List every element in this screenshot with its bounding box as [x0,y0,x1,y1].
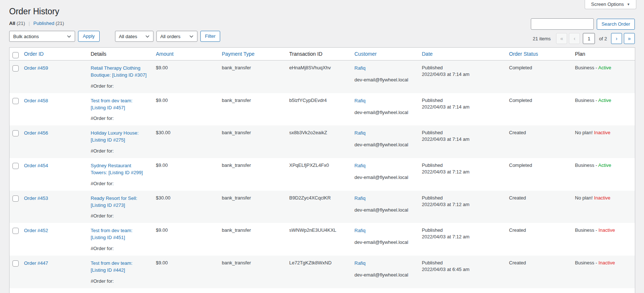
column-header-payment-type[interactable]: Payment Type [222,51,255,57]
details-link[interactable]: Holiday Luxury House: [Listing ID #275] [91,130,149,144]
customer-link[interactable]: Rafiq [355,260,366,266]
publish-date: 2022/04/03 at 7:14 am [422,72,502,77]
first-page-button: « [556,33,567,44]
row-checkbox[interactable] [12,195,19,202]
publish-status: Published [422,227,502,233]
column-header-date[interactable]: Date [422,51,433,57]
plan-name: Business - [575,260,599,265]
customer-link[interactable]: Rafiq [355,228,366,233]
customer-link[interactable]: Rafiq [355,163,366,168]
order-id-link[interactable]: Order #459 [24,65,48,71]
order-status-value: Created [506,125,571,158]
screen-options-label: Screen Options [591,1,624,7]
filter-button[interactable]: Filter [200,31,221,42]
page-title: Order History [9,6,635,17]
customer-link[interactable]: Rafiq [355,98,366,103]
row-checkbox[interactable] [12,130,19,136]
customer-link[interactable]: Rafiq [355,195,366,201]
column-header-order-status[interactable]: Order Status [509,51,538,57]
table-row: Order #452 Test from dev team: [Listing … [10,223,635,256]
publish-status: Published [422,130,502,135]
column-header-order-id[interactable]: Order ID [24,51,44,57]
order-id-link[interactable]: Order #456 [24,130,48,136]
payment-type-value: bank_transfer [218,125,286,158]
table-row: Order #453 Ready Resort for Sell: [Listi… [10,191,635,223]
column-header-details: Details [87,48,152,61]
select-all-checkbox[interactable] [12,52,19,58]
plan-status-badge: Active [598,65,611,70]
order-for-note: #Order for: [91,246,149,251]
amount-value: $9.00 [152,223,218,256]
publish-status: Published [422,260,502,265]
amount-value: $30.00 [152,125,218,158]
row-checkbox[interactable] [12,65,19,72]
publish-status: Published [422,195,502,201]
plan-status-badge: Inactive [594,130,611,135]
customer-email: dev-email@flywheel.local [355,207,415,213]
amount-value: $9.00 [152,93,218,126]
order-id-link[interactable]: Order #452 [24,228,48,233]
table-row: Order #458 Test from dev team: [Listing … [10,93,635,126]
view-all-link[interactable]: All [9,21,15,26]
details-link[interactable]: Retail Therapy Clothing Boutique: [Listi… [91,65,149,79]
plan-status-badge: Inactive [599,227,615,233]
apply-button[interactable]: Apply [78,31,100,42]
orders-filter-select[interactable]: All orders [156,31,197,42]
dates-filter-select[interactable]: All dates [115,31,153,42]
publish-status: Published [422,162,502,168]
details-link[interactable]: Test from dev team: [Listing ID #451] [91,227,149,241]
row-checkbox[interactable] [12,228,19,234]
last-page-button[interactable]: » [624,33,635,44]
order-id-link[interactable]: Order #454 [24,163,48,168]
order-status-value: Completed [506,61,571,93]
chevron-down-icon [67,35,71,38]
pagination: 21 items « ‹ of 2 › » [533,33,635,44]
row-checkbox[interactable] [12,98,19,104]
table-header: Order ID Details Amount Payment Type Tra… [10,48,635,61]
plan-status-badge: Inactive [599,260,615,265]
amount-value: $9.00 [152,256,218,288]
customer-link[interactable]: Rafiq [355,130,366,136]
customer-link[interactable]: Rafiq [355,65,366,71]
transaction-id-value: eHnaMj8SVhuqXhv [286,61,351,93]
order-status-value: Completed [506,158,571,191]
payment-type-value: bank_transfer [218,191,286,223]
row-checkbox[interactable] [12,260,19,267]
details-link[interactable]: Test from dev team: [Listing ID #457] [91,98,149,111]
customer-email: dev-email@flywheel.local [355,175,415,180]
plan-status-badge: Active [598,162,611,168]
search-input[interactable] [531,18,594,30]
order-status-value: Completed [506,93,571,126]
customer-email: dev-email@flywheel.local [355,77,415,83]
details-link[interactable]: Sydney Restaurant Towers: [Listing ID #2… [91,162,149,176]
search-order-button[interactable]: Search Order [597,19,635,30]
publish-date: 2022/04/03 at 7:14 am [422,136,502,142]
transaction-id-value: sWNWp2nE3UU4KXL [286,223,351,256]
current-page-input[interactable] [583,33,595,44]
transaction-id-value: b5lzfYCypDEvdr4 [286,93,351,126]
dates-filter-value: All dates [119,34,137,39]
chevron-down-icon [189,35,193,38]
column-header-customer[interactable]: Customer [355,51,377,57]
order-id-link[interactable]: Order #447 [24,260,48,266]
bulk-actions-select[interactable]: Bulk actions [9,31,75,42]
screen-options-button[interactable]: Screen Options ▼ [585,0,636,9]
order-for-note: #Order for: [91,181,149,186]
view-published-link[interactable]: Published [33,21,54,26]
publish-date: 2022/04/03 at 7:12 am [422,169,502,175]
chevron-down-icon [145,35,149,38]
table-row: Order #459 Retail Therapy Clothing Bouti… [10,61,635,93]
row-checkbox[interactable] [12,163,19,169]
items-count: 21 items [533,36,551,41]
order-id-link[interactable]: Order #453 [24,195,48,201]
order-id-link[interactable]: Order #458 [24,98,48,103]
table-row: Order #456 Holiday Luxury House: [Listin… [10,125,635,158]
table-row: Order #454 Sydney Restaurant Towers: [Li… [10,158,635,191]
column-header-amount[interactable]: Amount [156,51,174,57]
details-link[interactable]: Ready Resort for Sell: [Listing ID #273] [91,195,149,209]
order-for-note: #Order for: [91,213,149,219]
details-link[interactable]: Test from dev team: [Listing ID #442] [91,260,149,274]
transaction-id-value: B9D2Zyc4XCqclKR [286,191,351,223]
payment-type-value: bank_transfer [218,61,286,93]
next-page-button[interactable]: › [611,33,622,44]
